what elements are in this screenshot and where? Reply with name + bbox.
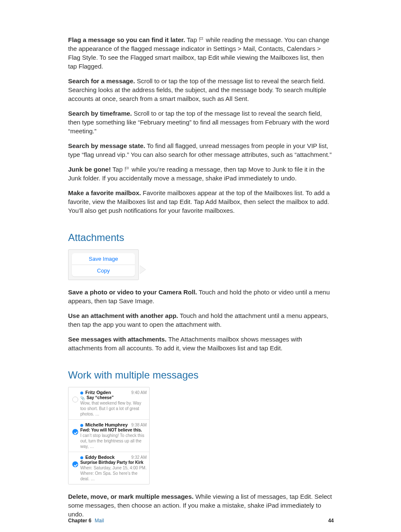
body-paragraph: See messages with attachments. The Attac…: [68, 335, 334, 352]
body-paragraph: Search by timeframe. Scroll to or tap th…: [68, 109, 334, 135]
message-sender: Eddy Bedock: [85, 455, 131, 460]
message-list-figure: Fritz Ogden9:40 AM📎Say “cheese”Wow, that…: [68, 387, 150, 484]
tip-title: Save a photo or video to your Camera Rol…: [68, 288, 197, 296]
section-heading-multiple: Work with multiple messages: [68, 369, 334, 381]
body-paragraph: Flag a message so you can find it later.…: [68, 35, 334, 71]
message-preview: When: Saturday, June 15, 4:00 PM. Where:…: [80, 465, 147, 482]
body-paragraph: Junk be gone! Tap while you’re reading a…: [68, 165, 334, 183]
footer-chapter: Chapter 6: [68, 518, 91, 524]
context-menu-figure: Save Image Copy: [68, 249, 148, 280]
body-paragraph: Save a photo or video to your Camera Rol…: [68, 288, 334, 305]
message-row[interactable]: Michelle Humphrey9:38 AMFwd: You will NO…: [69, 420, 149, 452]
message-subject: Fwd: You will NOT believe this.: [80, 428, 142, 432]
tip-title: Search by timeframe.: [68, 110, 132, 117]
message-time: 9:40 AM: [131, 390, 147, 395]
message-row[interactable]: Fritz Ogden9:40 AM📎Say “cheese”Wow, that…: [69, 387, 149, 420]
body-paragraph: Use an attachment with another app. Touc…: [68, 311, 334, 329]
selection-checkbox[interactable]: [72, 397, 78, 402]
body-paragraph: Search for a message. Scroll to or tap t…: [68, 77, 334, 103]
unread-dot-icon: [80, 392, 83, 394]
tip-title: Make a favorite mailbox.: [68, 189, 141, 196]
selection-checkbox[interactable]: [72, 429, 78, 435]
tip-title: Search by message state.: [68, 142, 145, 149]
section-heading-attachments: Attachments: [68, 232, 334, 244]
message-sender: Michelle Humphrey: [85, 422, 131, 427]
page-footer: Chapter 6 Mail 44: [68, 518, 334, 524]
flag-icon: [199, 37, 204, 42]
message-sender: Fritz Ogden: [85, 390, 131, 395]
tip-title: See messages with attachments.: [68, 336, 166, 343]
message-subject: Say “cheese”: [87, 395, 114, 400]
body-paragraph: Search by message state. To find all fla…: [68, 141, 334, 159]
paperclip-icon: 📎: [80, 397, 85, 400]
tip-title: Search for a message.: [68, 77, 135, 85]
selection-checkbox[interactable]: [72, 461, 78, 467]
message-subject: Surprise Birthday Party for Kirk: [80, 460, 143, 465]
footer-title: Mail: [95, 518, 104, 524]
menu-item-copy[interactable]: Copy: [72, 265, 135, 276]
tip-text-pre: Tap: [187, 36, 198, 43]
message-time: 9:32 AM: [131, 455, 147, 460]
message-row[interactable]: Eddy Bedock9:32 AMSurprise Birthday Part…: [69, 452, 149, 484]
tip-text-pre: Tap: [113, 166, 124, 173]
message-preview: Wow, that weekend flew by. Way too short…: [80, 400, 147, 417]
body-paragraph: Make a favorite mailbox. Favorite mailbo…: [68, 188, 334, 215]
body-paragraph: Delete, move, or mark multiple messages.…: [68, 492, 334, 519]
unread-dot-icon: [80, 456, 83, 459]
document-page: Flag a message so you can find it later.…: [0, 0, 401, 532]
tip-title: Flag a message so you can find it later.: [68, 36, 185, 43]
footer-page-number: 44: [328, 518, 334, 524]
unread-dot-icon: [80, 424, 83, 427]
message-time: 9:38 AM: [131, 423, 147, 427]
tip-title: Delete, move, or mark multiple messages.: [68, 493, 193, 500]
message-preview: I can’t stop laughing! To check this out…: [80, 433, 147, 449]
tip-title: Use an attachment with another app.: [68, 312, 178, 319]
menu-item-save-image[interactable]: Save Image: [72, 253, 135, 265]
flag-icon: [124, 167, 130, 172]
tip-title: Junk be gone!: [68, 166, 111, 173]
